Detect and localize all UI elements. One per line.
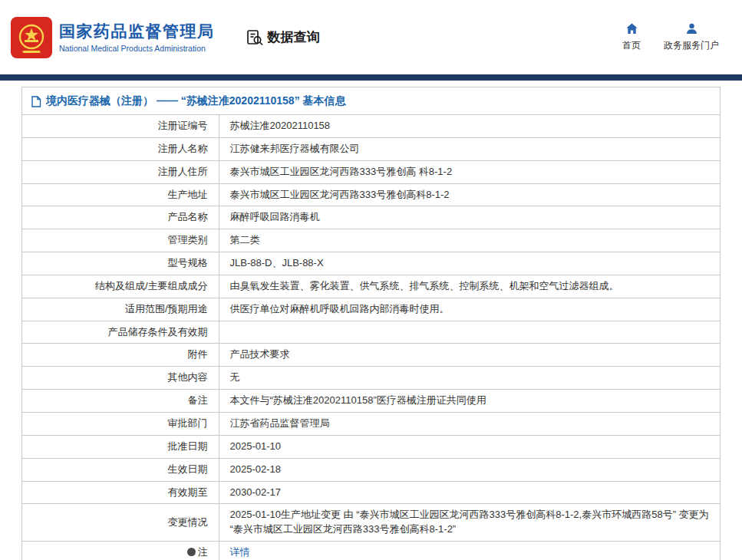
org-name-en: National Medical Products Administration bbox=[59, 44, 215, 53]
table-row: 管理类别第二类 bbox=[22, 229, 720, 252]
note-icon bbox=[187, 548, 196, 556]
table-row: 适用范围/预期用途供医疗单位对麻醉机呼吸机回路内部消毒时使用。 bbox=[22, 298, 720, 321]
table-row: 有效期至2030-02-17 bbox=[22, 481, 720, 504]
brand-text: 国家药品监督管理局 National Medical Products Admi… bbox=[59, 21, 215, 52]
org-name-cn: 国家药品监督管理局 bbox=[59, 21, 215, 41]
home-link[interactable]: 首页 bbox=[622, 22, 641, 52]
row-label: 备注 bbox=[22, 390, 219, 413]
row-value: 泰兴市城区工业园区龙河西路333号雅创高科8-1-2 bbox=[219, 183, 720, 206]
table-row: 注册证编号苏械注准20202110158 bbox=[22, 115, 720, 138]
table-row: 结构及组成/主要组成成分由臭氧发生装置、雾化装置、供气系统、排气系统、控制系统、… bbox=[22, 275, 720, 298]
table-row: 注册人名称江苏健来邦医疗器械有限公司 bbox=[22, 137, 720, 160]
page-title-text: 境内医疗器械（注册） —— “苏械注准20202110158” 基本信息 bbox=[46, 94, 346, 108]
row-value: 第二类 bbox=[219, 229, 720, 252]
row-value: 2025-01-10 bbox=[219, 435, 720, 458]
page-root: 国家药品监督管理局 National Medical Products Admi… bbox=[0, 0, 742, 560]
row-label: 其他内容 bbox=[22, 367, 219, 390]
row-label: 生效日期 bbox=[22, 458, 219, 481]
row-label: 结构及组成/主要组成成分 bbox=[22, 275, 219, 298]
row-value: 麻醉呼吸回路消毒机 bbox=[219, 206, 720, 229]
row-label: 有效期至 bbox=[22, 481, 219, 504]
data-query-button[interactable]: 数据查询 bbox=[246, 28, 320, 47]
row-value: 由臭氧发生装置、雾化装置、供气系统、排气系统、控制系统、机架和空气过滤器组成。 bbox=[219, 275, 720, 298]
row-label: 注册人名称 bbox=[22, 137, 219, 160]
row-value: 详情 bbox=[219, 542, 720, 560]
header-links: 首页 政务服务门户 bbox=[622, 22, 728, 52]
table-row: 注册人住所泰兴市城区工业园区龙河西路333号雅创高 科8-1-2 bbox=[22, 160, 720, 183]
table-row: 变更情况2025-01-10生产地址变更 由 “泰兴市城区工业园区龙河西路333… bbox=[22, 504, 720, 542]
portal-link[interactable]: 政务服务门户 bbox=[664, 22, 719, 52]
row-value bbox=[219, 321, 720, 344]
row-label: 注册人住所 bbox=[22, 160, 219, 183]
row-value: 供医疗单位对麻醉机呼吸机回路内部消毒时使用。 bbox=[219, 298, 720, 321]
table-row: 注详情 bbox=[22, 542, 720, 560]
nmpa-brand[interactable]: 国家药品监督管理局 National Medical Products Admi… bbox=[11, 17, 215, 58]
row-value: 产品技术要求 bbox=[219, 344, 720, 367]
row-value: 2025-01-10生产地址变更 由 “泰兴市城区工业园区龙河西路333号雅创高… bbox=[219, 504, 720, 542]
table-row: 生效日期2025-02-18 bbox=[22, 458, 720, 481]
table-row: 产品储存条件及有效期 bbox=[22, 321, 720, 344]
row-label: 变更情况 bbox=[22, 504, 219, 542]
row-label: 产品名称 bbox=[22, 206, 219, 229]
row-label: 型号规格 bbox=[22, 252, 219, 275]
main-content: 境内医疗器械（注册） —— “苏械注准20202110158” 基本信息 注册证… bbox=[0, 87, 742, 560]
table-row: 生产地址泰兴市城区工业园区龙河西路333号雅创高科8-1-2 bbox=[22, 183, 720, 206]
row-value: 无 bbox=[219, 367, 720, 390]
row-label: 审批部门 bbox=[22, 412, 219, 435]
home-icon bbox=[625, 22, 638, 35]
row-label: 管理类别 bbox=[22, 229, 219, 252]
row-label: 注册证编号 bbox=[22, 115, 219, 138]
home-label: 首页 bbox=[622, 39, 641, 52]
row-label: 注 bbox=[22, 542, 219, 560]
user-icon bbox=[685, 22, 698, 35]
nmpa-emblem-logo bbox=[11, 17, 52, 58]
row-value: 2030-02-17 bbox=[219, 481, 720, 504]
row-value: 江苏省药品监督管理局 bbox=[219, 412, 720, 435]
row-value: 2025-02-18 bbox=[219, 458, 720, 481]
divider-bar bbox=[0, 74, 742, 81]
table-row: 其他内容无 bbox=[22, 367, 720, 390]
table-row: 附件产品技术要求 bbox=[22, 344, 720, 367]
document-icon bbox=[31, 96, 41, 107]
table-row: 备注本文件与“苏械注准20202110158”医疗器械注册证共同使用 bbox=[22, 390, 720, 413]
site-header: 国家药品监督管理局 National Medical Products Admi… bbox=[0, 0, 742, 74]
portal-label: 政务服务门户 bbox=[664, 39, 719, 52]
row-value: JLB-88-D、JLB-88-X bbox=[219, 252, 720, 275]
table-row: 型号规格JLB-88-D、JLB-88-X bbox=[22, 252, 720, 275]
row-label: 生产地址 bbox=[22, 183, 219, 206]
table-row: 批准日期2025-01-10 bbox=[22, 435, 720, 458]
detail-link[interactable]: 详情 bbox=[230, 546, 250, 558]
data-query-label: 数据查询 bbox=[268, 28, 320, 46]
row-value: 江苏健来邦医疗器械有限公司 bbox=[219, 137, 720, 160]
row-label: 附件 bbox=[22, 344, 219, 367]
row-label: 批准日期 bbox=[22, 435, 219, 458]
row-label: 产品储存条件及有效期 bbox=[22, 321, 219, 344]
table-row: 产品名称麻醉呼吸回路消毒机 bbox=[22, 206, 720, 229]
info-table: 注册证编号苏械注准20202110158注册人名称江苏健来邦医疗器械有限公司注册… bbox=[22, 114, 720, 560]
page-title: 境内医疗器械（注册） —— “苏械注准20202110158” 基本信息 bbox=[22, 87, 720, 114]
row-label: 适用范围/预期用途 bbox=[22, 298, 219, 321]
row-value: 本文件与“苏械注准20202110158”医疗器械注册证共同使用 bbox=[219, 390, 720, 413]
row-value: 泰兴市城区工业园区龙河西路333号雅创高 科8-1-2 bbox=[219, 160, 720, 183]
table-row: 审批部门江苏省药品监督管理局 bbox=[22, 412, 720, 435]
row-value: 苏械注准20202110158 bbox=[219, 115, 720, 138]
content-box: 境内医疗器械（注册） —— “苏械注准20202110158” 基本信息 注册证… bbox=[21, 87, 721, 560]
data-query-icon bbox=[246, 28, 264, 47]
